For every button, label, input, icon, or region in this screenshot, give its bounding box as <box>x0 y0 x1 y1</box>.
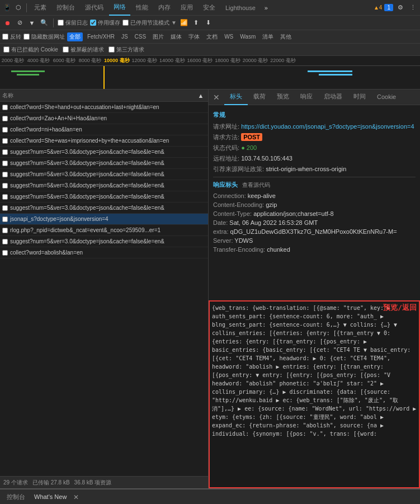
device-icon[interactable]: 📱 <box>2 3 12 13</box>
filter-fetch-xhr[interactable]: Fetch/XHR <box>85 33 117 40</box>
tab-lighthouse[interactable]: Lighthouse <box>221 0 260 16</box>
right-panel: ✕ 标头 载荷 预览 响应 启动器 时间 Cookie 常规 请求网址: htt… <box>209 90 420 488</box>
tab-elements[interactable]: 元素 <box>30 0 51 16</box>
tab-security[interactable]: 安全 <box>199 0 220 16</box>
filter-other[interactable]: 其他 <box>278 32 294 41</box>
request-item-7[interactable]: suggest?num=5&ver=3.0&doctype=json&cache… <box>0 180 208 191</box>
filter-media[interactable]: 媒体 <box>168 32 184 41</box>
remote-field: 远程地址: 103.74.50.105:443 <box>213 154 416 163</box>
server-field: Server: YDWS <box>213 237 416 244</box>
request-item-8[interactable]: suggest?num=5&ver=3.0&doctype=json&cache… <box>0 191 208 202</box>
extra-value: qDG_UZ1uDewGdBX3Tkz7G_NzM0HPoxo0KtKEnNRu… <box>230 228 397 235</box>
connection-label: Connection: <box>213 192 248 199</box>
transferred-size: 已传输 27.8 kB <box>32 479 70 487</box>
request-item-11[interactable]: rlog.php?_npid=dictweb&_ncat=event&_ncoo… <box>0 225 208 236</box>
tab-performance[interactable]: 性能 <box>131 0 153 16</box>
settings-icon[interactable]: ⚙ <box>395 3 405 13</box>
server-label: Server: <box>213 237 234 244</box>
timeline-bar-2 <box>17 74 39 76</box>
preserve-log-checkbox[interactable]: 保留日志 <box>58 19 88 27</box>
transfer-encoding-value: chunked <box>267 246 290 253</box>
stop-button[interactable]: ⊘ <box>15 18 25 28</box>
request-url-label: 请求网址: <box>213 123 239 130</box>
request-item-1[interactable]: collect?word=Zao+An+Ni+Hao&lan=en <box>0 113 208 124</box>
tab-cookies[interactable]: Cookie <box>371 90 402 105</box>
tab-network[interactable]: 网络 <box>109 0 130 16</box>
export-icon[interactable]: ⬇ <box>204 18 214 28</box>
blocked-checkbox[interactable]: 被屏蔽的请求 <box>63 46 104 54</box>
disable-cache-checkbox[interactable]: 停用缓存 <box>90 19 120 27</box>
tab-application[interactable]: 应用 <box>176 0 197 16</box>
request-name-5: suggest?num=5&ver=3.0&doctype=json&cache… <box>10 160 206 166</box>
filter-js[interactable]: JS <box>119 33 130 40</box>
filter-img[interactable]: 图片 <box>150 32 166 41</box>
request-item-13[interactable]: collect?word=abolish&lan=en <box>0 247 208 258</box>
bottom-tabs: 控制台 What's New ✕ <box>0 489 420 504</box>
more-options-icon[interactable]: ⋮ <box>408 3 418 13</box>
response-headers-title: 响应标头 <box>213 181 238 189</box>
method-label: 请求方法: <box>213 134 239 140</box>
response-panel[interactable]: 预览/返回 {web_trans: {web-translation: [{@s… <box>209 300 420 489</box>
transfer-encoding-label: Transfer-Encoding: <box>213 246 267 253</box>
content-type-field: Content-Type: application/json;charset=u… <box>213 210 416 217</box>
request-item-2[interactable]: collect?word=ni+hao&lan=en <box>0 124 208 135</box>
request-item-6[interactable]: suggest?num=5&ver=3.0&doctype=json&cache… <box>0 169 208 180</box>
close-bottom-button[interactable]: ✕ <box>73 493 79 501</box>
request-name-11: rlog.php?_npid=dictweb&_ncat=event&_ncoo… <box>10 227 206 233</box>
tick-4: 10000 毫秒 <box>103 57 131 64</box>
inspect-icon[interactable]: ⬡ <box>13 3 23 13</box>
tab-console[interactable]: 控制台 <box>52 0 79 16</box>
timeline-bar-3 <box>308 70 352 72</box>
tab-response[interactable]: 响应 <box>295 90 318 105</box>
throttle-checkbox[interactable]: 已停用节流模式 ▼ <box>122 19 177 27</box>
record-button[interactable]: ⏺ <box>2 18 12 28</box>
import-icon[interactable]: ⬆ <box>191 18 201 28</box>
view-source-link[interactable]: 查看源代码 <box>242 181 270 189</box>
info-badge: 1 <box>384 4 393 11</box>
filter-css[interactable]: CSS <box>133 33 149 40</box>
hide-data-urls-checkbox[interactable]: 隐藏数据网址 <box>23 33 65 41</box>
filter-icon[interactable]: ▼ <box>27 18 37 28</box>
request-item-0[interactable]: collect?word=She+hand+out+accusation+las… <box>0 102 208 113</box>
status-label: 状态代码: <box>213 144 239 151</box>
tab-sources[interactable]: 源代码 <box>81 0 108 16</box>
timeline-bars <box>0 66 420 89</box>
extra-label: extra: <box>213 228 230 235</box>
tick-10: 22000 毫秒 <box>269 57 297 64</box>
request-item-3[interactable]: collect?word=She+was+imprisoned+by+the+a… <box>0 135 208 147</box>
tab-memory[interactable]: 内存 <box>154 0 175 16</box>
third-party-checkbox[interactable]: 第三方请求 <box>108 46 144 54</box>
tab-whats-new[interactable]: What's New <box>30 489 71 505</box>
filter-clear[interactable]: 清单 <box>260 32 276 41</box>
date-value: Sat, 06 Aug 2022 16:53:28 GMT <box>229 219 318 226</box>
tab-headers[interactable]: 标头 <box>224 90 248 105</box>
request-item-5[interactable]: suggest?num=5&ver=3.0&doctype=json&cache… <box>0 158 208 169</box>
request-name-13: collect?word=abolish&lan=en <box>10 249 206 256</box>
filter-font[interactable]: 字体 <box>186 32 202 41</box>
tab-console-bottom[interactable]: 控制台 <box>2 489 30 505</box>
filter-ws[interactable]: WS <box>222 33 235 40</box>
filter-doc[interactable]: 文档 <box>204 32 220 41</box>
tab-payload[interactable]: 载荷 <box>248 90 271 105</box>
invert-checkbox[interactable]: 反转 <box>2 33 21 41</box>
request-name-10: jsonapi_s?doctype=json&jsonversion=4 <box>10 216 206 222</box>
tab-timing[interactable]: 时间 <box>348 90 371 105</box>
more-tabs-icon[interactable]: » <box>261 3 271 13</box>
requests-list[interactable]: collect?word=She+hand+out+accusation+las… <box>0 102 208 476</box>
search-icon[interactable]: 🔍 <box>39 18 49 28</box>
scroll-icon[interactable]: ▲ <box>196 91 206 101</box>
request-item-10[interactable]: jsonapi_s?doctype=json&jsonversion=4 <box>0 214 208 225</box>
filter-all[interactable]: 全部 <box>67 32 83 41</box>
tab-preview[interactable]: 预览 <box>271 90 295 105</box>
tick-8: 18000 毫秒 <box>214 57 242 64</box>
filter-wasm[interactable]: Wasm <box>238 33 258 40</box>
request-item-12[interactable]: suggest?num=5&ver=3.0&doctype=json&cache… <box>0 236 208 247</box>
tick-9: 20000 毫秒 <box>242 57 270 64</box>
has-cookie-checkbox[interactable]: 有已拦截的 Cookie <box>3 46 58 54</box>
request-item-9[interactable]: suggest?num=5&ver=3.0&doctype=json&cache… <box>0 202 208 214</box>
request-item-4[interactable]: suggest?num=5&ver=3.0&doctype=json&cache… <box>0 147 208 158</box>
tab-initiator[interactable]: 启动器 <box>318 90 348 105</box>
left-panel: 名称 ▲ collect?word=She+hand+out+accusatio… <box>0 90 209 488</box>
close-detail-button[interactable]: ✕ <box>211 93 222 102</box>
tick-2: 6000 毫秒 <box>51 57 77 64</box>
